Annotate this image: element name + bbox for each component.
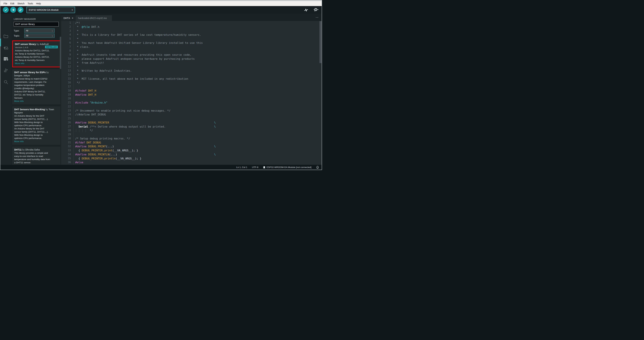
search-icon [3,80,8,85]
library-entry-description-line: An Arduino library for the DHT [14,114,58,117]
library-entry-description-line: Arduino library for DHT11, DHT22, [15,49,58,52]
more-info-link[interactable]: More info [15,62,58,65]
code-line-30: 30/* Setup debug printing macros. */ [61,137,322,141]
check-icon [4,8,8,12]
line-number: 34 [61,152,74,156]
debug-button[interactable] [18,7,24,13]
line-content: * This is a library for DHT series of lo… [74,33,322,37]
line-number: 5 [61,37,74,41]
line-number: 35 [61,156,74,160]
line-content: │ │ │ │ */ [74,128,322,133]
library-entry-dht11[interactable]: DHT11 by Dhruba SahaThis library provide… [12,147,60,165]
library-entry-description-line: Sensors [14,96,58,99]
chevron-down-icon: ▾ [72,9,73,11]
line-content: #ifdef DHT_DEBUG [74,141,322,145]
line-number: 16 [61,81,74,85]
line-number: 17 [61,85,74,89]
code-line-15: 15 * MIT license, all text above must be… [61,77,322,81]
code-line-19: 19#define DHT_H [61,93,322,97]
line-content: * @file DHT.h [74,25,322,29]
library-entry-dht-sensor-library-for-espx[interactable]: DHT sensor library for ESPx by beegee_to… [12,69,60,104]
editor-tab-DHT.h[interactable]: DHT.h✕ [61,15,76,21]
topic-filter-label: Topic: [14,34,24,37]
encoding-indicator[interactable]: UTF-8 [252,166,258,168]
verify-button[interactable] [3,7,9,13]
editor-scrollbar-thumb[interactable] [320,21,322,63]
cursor-position[interactable]: Ln 1, Col 1 [236,166,247,168]
board-selector-dropdown[interactable]: ESP32-WROOM-DA Module ▾ [26,7,75,13]
sidebar-item-sketchbook[interactable] [3,34,8,39]
line-number: 31 [61,141,74,145]
menu-item-edit[interactable]: Edit [9,2,16,6]
tab-label: hardcoded-dht22-esp32.ino [78,17,107,20]
serial-monitor-icon[interactable] [313,7,319,13]
code-line-25: 25 [61,117,322,121]
code-line-27: 27 Serial /**< Define where debug output… [61,125,322,129]
editor-tab-hardcoded-dht22-esp32.ino[interactable]: hardcoded-dht22-esp32.ino [76,15,112,21]
line-content: * class. [74,45,322,49]
line-number: 23 [61,109,74,113]
library-entry-description-line: a DHT11 sensor. [14,161,58,164]
code-line-34: 34#define DEBUG_PRINTLN(...)\ [61,152,322,156]
line-number: 12 [61,65,74,69]
sidebar-item-debug[interactable] [3,68,8,73]
library-entry-description-line: With Non-Blocking design to [14,133,58,137]
code-line-29: 29 [61,133,322,137]
panel-scrollbar-thumb[interactable] [60,37,61,69]
code-line-14: 14 * [61,73,322,77]
sidebar-item-search[interactable] [3,80,8,85]
close-icon[interactable]: ✕ [72,17,74,19]
sidebar-item-library-manager[interactable] [3,56,8,61]
serial-plotter-icon[interactable] [304,7,308,13]
code-line-13: 13 * Written by Adafruit Industries. [61,69,322,73]
menu-item-help[interactable]: Help [34,2,42,6]
code-line-20: 20 [61,97,322,101]
line-number: 1 [61,21,74,25]
type-filter-select[interactable]: All ⌄ [24,29,54,33]
line-number: 20 [61,97,74,101]
arduino-ide-window: FileEditSketchToolsHelp ESP32-WROOM-DA M… [0,0,322,170]
board-status[interactable]: ESP32-WROOM-DA Module [not connected] [263,166,312,169]
menu-item-tools[interactable]: Tools [26,2,35,6]
code-line-18: 18#ifndef DHT_H [61,89,322,93]
code-line-32: 32#define DEBUG_PRINT(...)\ [61,144,322,148]
menu-item-file[interactable]: File [2,2,9,6]
library-entry-dht-sensors-non-blocking[interactable]: DHT Sensors Non-Blocking by Toan NguyenA… [12,106,60,145]
code-line-17: 17 [61,85,322,89]
library-entry-description-line: optimize CPU performance. [14,137,58,140]
sidebar-item-boards-manager[interactable] [3,45,8,51]
topic-filter-select[interactable]: All ⌄ [24,34,54,38]
tab-overflow-menu[interactable]: ⋯ [316,16,319,19]
right-arrow-icon [12,8,15,12]
library-results-list: DHT sensor library by AdafruitVersion 1.… [12,41,61,165]
code-line-10: 10 * please support Adafruit andopen-sou… [61,57,322,61]
type-filter-label: Type: [14,29,24,32]
line-content: * Adafruit invests time and resources pr… [74,53,322,57]
chip-icon [263,166,265,169]
code-editor[interactable]: 1/*!2 * @file DHT.h3 *4 * This is a libr… [61,21,322,165]
library-search-input[interactable] [14,22,59,27]
library-entry-description-line: requirements. Last changes: Fix [14,80,58,84]
line-content: /* Setup debug printing macros. */ [74,137,322,141]
line-content: * You must have Adafruit Unified Sensor … [74,41,322,45]
library-entry-description-line: optimize CPU performance. [14,124,58,127]
line-content: #include "Arduino.h" [74,101,322,105]
upload-button[interactable] [10,7,16,13]
topic-filter-value: All [26,34,28,37]
code-line-11: 11 * from Adafruit! [61,61,322,65]
line-number: 13 [61,69,74,73]
panel-title: LIBRARY MANAGER [14,18,61,20]
line-number: 6 [61,41,74,45]
more-info-link[interactable]: More info [14,99,58,103]
menu-item-sketch[interactable]: Sketch [16,2,26,6]
more-info-link[interactable]: More info [14,140,58,143]
line-content: #define DEBUG_PRINTLN(...)\ [74,152,322,156]
line-number: 26 [61,121,74,125]
code-line-8: 8 * [61,49,322,53]
code-line-6: 6 * You must have Adafruit Unified Senso… [61,41,322,45]
line-content: * Written by Adafruit Industries. [74,69,322,73]
library-entry-dht-sensor-library[interactable]: DHT sensor library by AdafruitVersion 1.… [12,41,60,67]
notifications-bell-icon[interactable] [316,166,319,169]
line-content [74,105,322,109]
bug-arrow-icon [3,68,8,73]
